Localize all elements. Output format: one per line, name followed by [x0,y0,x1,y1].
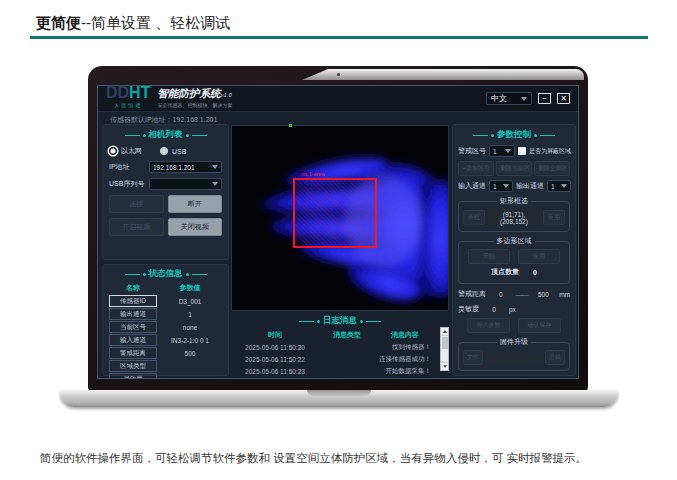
delete-all-zones-button[interactable]: -删除全部区 [534,161,570,176]
chevron-down-icon [561,184,567,188]
close-button[interactable]: ✕ [557,93,570,104]
parameter-control-panel: 参数控制 警戒区号 1 是否为屏蔽区域 +添加区号 -删除当前区 -删除全部区 … [452,124,576,376]
ethernet-radio[interactable] [109,147,117,155]
scrollbar-track[interactable] [441,336,448,362]
camera-list-title: 相机列表 [149,129,183,141]
page-title: 更简便--简单设置 、轻松调试 [36,14,230,33]
log-title: 日志消息 [323,315,357,327]
firmware-file-input[interactable] [486,353,542,363]
status-col-value: 参数值 [158,282,222,294]
usb-serial-select[interactable] [149,178,222,190]
language-select[interactable]: 中文 [486,92,532,105]
sensitivity-field[interactable]: 0 [482,304,506,314]
ip-address-value: 192.168.1.201 [153,164,195,171]
app-titlebar: DDHT 大德恒通 智能防护系统v1.0 安全传感器、控制模块、解决方案 中文 … [98,86,578,112]
status-value: none [158,321,222,333]
table-row: 输出通道1 [109,308,222,320]
vertex-count-value: 0 [533,269,537,276]
polygon-area-group: 多边形区域 开始 应用 顶点数量 0 [458,236,570,284]
table-row: 2025-05-06 11:50:22连接传感器成功！ [232,354,434,365]
table-row: 输入通道IN3-2-1:0 0 1 [109,334,222,346]
confirm-save-button[interactable]: 确认保存 [518,318,561,333]
brand-logo: DDHT 大德恒通 [106,86,150,112]
status-name: 警戒距离 [109,347,157,359]
add-zone-button[interactable]: +添加区号 [458,161,494,176]
distance-unit-label: mm [559,291,570,298]
title-underline [30,36,648,39]
delete-current-zone-button[interactable]: -删除当前区 [496,161,532,176]
minimize-button[interactable]: − [538,93,551,104]
table-row: 区域类型 [109,360,222,372]
status-info-header: 状态信息 [103,268,228,280]
laptop-base-notch [307,390,371,396]
log-message-panel: 日志消息 时间 消息类型 消息内容 2025-05-06 11:50:20找到传… [231,315,449,375]
range-dash: —— [516,291,528,298]
open-video-button[interactable]: 开启视频 [109,218,164,236]
log-content: 连接传感器成功！ [376,354,434,365]
input-channel-value: 1 [493,183,497,190]
zone-number-value: 1 [493,148,497,155]
status-value: D3_001 [158,295,222,307]
disconnect-button[interactable]: 断开 [168,195,223,213]
alert-distance-max-field[interactable]: 500 [531,289,557,299]
rect-coords-value: (91,71), (208,152) [488,209,540,226]
ip-address-label: IP地址 [109,162,145,172]
chevron-down-icon [521,97,527,101]
log-scrollbar[interactable] [440,327,449,371]
scroll-up-button[interactable] [441,328,448,336]
chevron-down-icon [212,182,218,186]
camera-video-feed[interactable]: no.1-area [231,125,449,311]
status-value [158,373,222,379]
status-name: 灵敏度 [109,373,157,379]
mask-area-checkbox[interactable] [518,147,526,155]
logo-subtext: 大德恒通 [106,99,150,112]
status-name: 当前区号 [109,321,157,333]
mask-area-label: 是否为屏蔽区域 [529,147,571,156]
table-row: 灵敏度 [109,373,222,379]
draw-rect-button[interactable]: 画框 [463,210,485,225]
usb-radio[interactable] [160,147,168,155]
firmware-file-button[interactable]: 文件 [463,350,483,365]
rectangle-select-group: 矩形框选 画框 (91,71), (208,152) 应用 [458,196,570,232]
output-channel-label: 输出通道 [516,181,544,191]
status-col-name: 名称 [109,282,157,294]
polygon-apply-button[interactable]: 应用 [518,249,560,264]
sensitivity-label: 灵敏度 [458,304,479,314]
parameter-control-title: 参数控制 [497,129,531,141]
input-channel-label: 输入通道 [458,181,486,191]
ip-address-select[interactable]: 192.168.1.201 [149,161,222,173]
close-video-button[interactable]: 关闭视频 [168,218,223,236]
log-col-type: 消息类型 [319,329,375,341]
camera-list-panel: 相机列表 以太网 USB IP地址 192.168.1.201 USB序列号 [102,124,229,260]
language-select-value: 中文 [491,93,507,104]
usb-serial-label: USB序列号 [109,179,145,189]
status-info-panel: 状态信息 名称 参数值 传感器IDD3_001 输出通道1 当前区号none 输… [102,264,229,376]
parameter-control-header: 参数控制 [453,129,575,141]
detection-region-box[interactable]: no.1-area [293,178,377,248]
alert-distance-label: 警戒距离 [458,289,486,299]
polygon-area-title: 多边形区域 [494,236,535,246]
scrollbar-thumb[interactable] [442,337,448,349]
connect-button[interactable]: 连接 [109,195,164,213]
log-content: 开始数据采集！ [376,366,434,377]
table-row: 2025-05-06 11:50:20找到传感器！ [232,342,434,353]
import-params-button[interactable]: 导入参数 [467,318,510,333]
camera-list-header: 相机列表 [103,129,228,141]
alert-distance-min-field[interactable]: 0 [489,289,513,299]
status-name: 输入通道 [109,334,157,346]
table-row: 2025-05-06 11:50:23开始数据采集！ [232,366,434,377]
rectangle-select-title: 矩形框选 [497,196,531,206]
log-time: 2025-05-06 11:50:22 [232,354,318,365]
app-window: DDHT 大德恒通 智能防护系统v1.0 安全传感器、控制模块、解决方案 中文 … [97,85,579,379]
app-version: v1.0 [220,92,231,98]
input-channel-select[interactable]: 1 [489,180,513,192]
apply-rect-button[interactable]: 应用 [543,210,565,225]
zone-number-select[interactable]: 1 [489,145,515,157]
log-type [319,342,375,353]
scroll-down-button[interactable] [441,362,448,370]
firmware-upgrade-button[interactable]: 升级 [545,350,565,365]
polygon-start-button[interactable]: 开始 [468,249,510,264]
output-channel-select[interactable]: 1 [547,180,571,192]
sensitivity-unit-label: px [509,306,516,313]
arrow-down-icon [443,365,447,368]
